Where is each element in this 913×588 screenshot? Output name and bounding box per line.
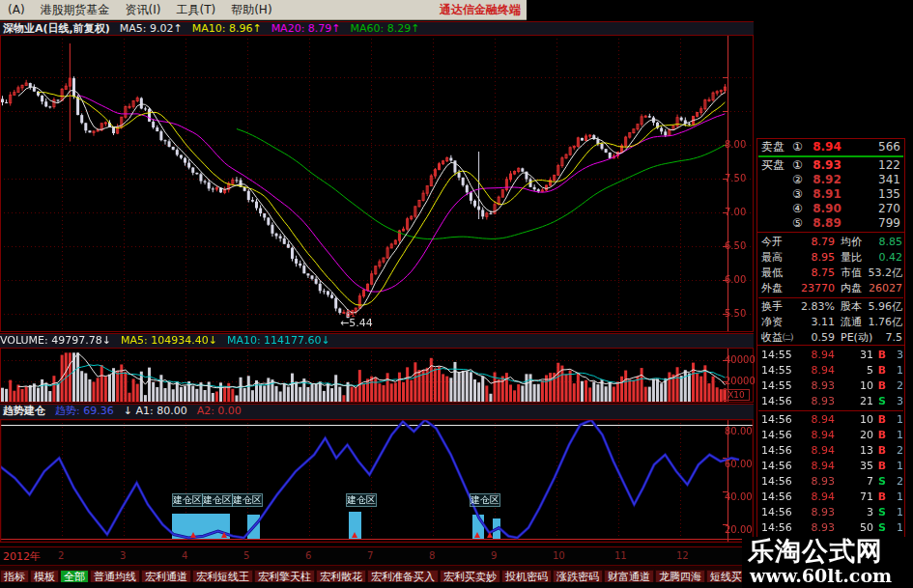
menu-item-1[interactable]: 港股期货基金 [33,0,118,18]
tick-price: 8.93 [796,394,835,409]
detail-value: 1.76亿 [866,315,902,330]
pane-value-2: MA10: 114177.60↓ [227,334,330,347]
pane-value-0: MA5: 9.02↑ [120,22,183,35]
tick-time: 14:56 [761,428,792,443]
quote-price: 8.93 [806,158,848,173]
quote-price: 8.94 [806,140,848,154]
candlestick-chart[interactable] [0,35,754,332]
tick-price: 8.94 [796,443,835,459]
quote-price: 8.90 [806,202,848,216]
tab-11[interactable]: 涨跌密码 [553,570,603,582]
tab-9[interactable]: 宏利买卖妙 [440,570,500,582]
detail-label: 流通 [841,315,862,330]
detail-value: 0.59 [790,330,835,346]
detail-value: 3.11 [790,315,835,330]
detail-label: 外盘 [761,281,783,296]
level-badge: ④ [792,202,803,216]
tick-flag: B [877,428,887,443]
detail-value: 8.85 [866,235,902,250]
month-label-12: 12 [676,550,689,561]
menu-item-2[interactable]: 资讯(I) [118,0,169,18]
tick-price: 8.93 [796,474,835,490]
tab-1[interactable]: 模板 [30,570,59,582]
price-label-3: 6.50 [725,240,757,251]
tab-8[interactable]: 宏利准备买入 [367,570,439,582]
menu-item-3[interactable]: 工具(T) [168,0,223,18]
price-label-0: 8.00 [725,139,757,150]
detail-value: 23770 [790,281,835,296]
tab-13[interactable]: 龙腾四海 [655,570,705,582]
detail-row: 今开8.79均价8.85 [757,235,904,250]
detail-label: 量比 [841,250,862,266]
tab-12[interactable]: 财富通道 [604,570,654,582]
tick-row: 14:568.9350S1 [757,520,904,536]
indicator-label-1: 60.00 [725,459,757,469]
detail-value: 26027 [866,281,902,296]
tab-4[interactable]: 宏利通道 [141,570,191,582]
menu-item-0[interactable]: (A) [0,1,33,16]
tick-count: 3 [887,348,903,363]
watermark-site-url: www.60lt.com [742,566,913,586]
level-badge: ① [792,158,803,173]
tab-10[interactable]: 投机密码 [501,570,552,582]
zone-label-0: 建仓区 [172,493,203,507]
tick-price: 8.94 [796,363,835,378]
detail-label: 收益㈡ [761,330,793,346]
month-label-5: 5 [243,550,249,561]
tick-time: 14:56 [761,520,792,536]
quote-volume: 270 [852,202,900,216]
tick-row: 14:558.9310B2 [757,378,904,394]
detail-value: 8.95 [790,250,835,266]
tab-7[interactable]: 宏利散花 [316,570,366,582]
tick-time: 14:56 [761,394,792,409]
tick-volume: 20 [837,428,873,443]
tab-2[interactable]: 全部 [60,570,89,582]
month-label-9: 9 [491,550,497,561]
tick-volume: 5 [837,363,873,378]
tick-row: 14:568.9420B1 [757,428,904,443]
month-label-11: 11 [614,550,627,561]
month-label-7: 7 [367,550,373,561]
detail-row: 最高8.95量比0.42 [757,250,904,266]
detail-value: 53.2亿 [866,266,902,281]
detail-label: 换手 [761,299,783,315]
tick-flag: S [877,505,887,520]
watermark: 乐淘公式网 www.60lt.com [742,537,913,588]
zone-label-1: 建仓区 [202,493,233,507]
indicator-label-3: 20.00 [725,524,757,535]
zone-label-2: 建仓区 [232,493,263,507]
trend-indicator-chart[interactable] [0,419,754,543]
tick-flag: B [877,348,887,363]
volume-header: VOLUME: 49797.78↓MA5: 104934.40↓MA10: 11… [0,333,754,348]
quote-price: 8.91 [806,187,848,202]
tick-count: 1 [887,459,903,474]
tick-row: 14:558.945B1 [757,363,904,378]
zone-label-4: 建仓区 [470,493,500,507]
tick-price: 8.94 [796,412,835,428]
watermark-site-name: 乐淘公式网 [742,537,913,566]
month-label-3: 3 [120,550,126,561]
menu-item-4[interactable]: 帮助(H) [223,0,279,18]
tick-count: 1 [887,490,903,505]
low-point-annotation: ←5.44 [340,317,373,329]
tab-5[interactable]: 宏利短线王 [192,570,253,582]
volume-chart[interactable] [0,348,754,403]
pane-title: 趋势建仓 [0,405,45,417]
tick-time: 14:55 [761,348,792,363]
tab-3[interactable]: 普通均线 [90,570,140,582]
detail-label: 最高 [761,250,783,266]
level-badge: ② [792,173,803,187]
tick-price: 8.94 [796,348,835,363]
level-badge: ③ [792,187,803,202]
pane-value-1: MA10: 8.96↑ [192,22,262,35]
tick-volume: 3 [837,505,873,520]
zone-label-3: 建仓区 [346,493,377,507]
tab-6[interactable]: 宏利擎天柱 [254,570,315,582]
quote-price: 8.89 [806,216,848,231]
tick-time: 14:56 [761,412,792,428]
tab-0[interactable]: 指标 [0,570,29,582]
tick-time: 14:56 [761,490,792,505]
tick-row: 14:568.933S1 [757,505,904,520]
tick-volume: 10 [837,412,873,428]
tick-row: 14:568.9435B1 [757,459,904,474]
